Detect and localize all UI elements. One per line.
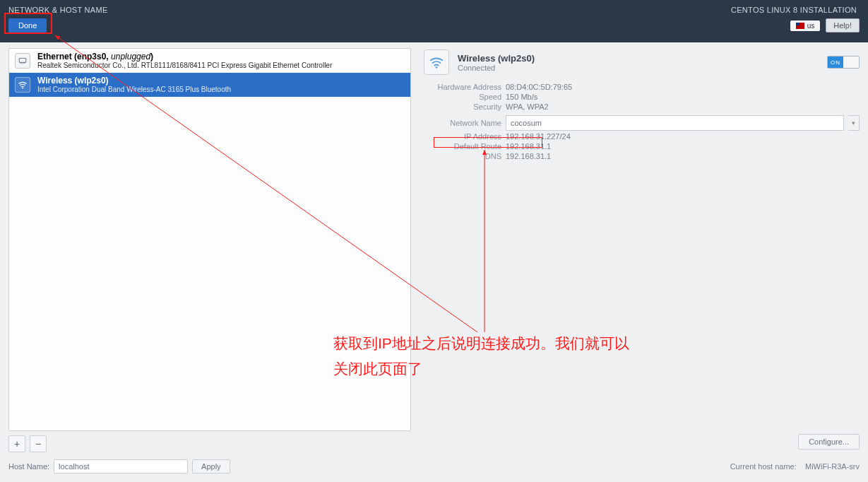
network-item-wireless[interactable]: Wireless (wlp2s0) Intel Corporation Dual… [9, 73, 410, 97]
page-title: NETWORK & HOST NAME [8, 6, 108, 14]
network-item-subtitle: Realtek Semiconductor Co., Ltd. RTL8111/… [37, 61, 332, 69]
network-list-toolbar: + − [8, 435, 411, 452]
main-content: Ethernet (enp3s0, unplugged) Realtek Sem… [0, 42, 868, 482]
current-hostname-value: MiWiFi-R3A-srv [805, 462, 860, 471]
network-item-subtitle: Intel Corporation Dual Band Wireless-AC … [37, 86, 231, 93]
kv-val-route: 192.168.31.1 [506, 142, 551, 151]
kv-key-speed: Speed [424, 93, 501, 101]
install-title: CENTOS LINUX 8 INSTALLATION [731, 6, 860, 14]
network-item-title: Wireless (wlp2s0) [37, 76, 231, 86]
keyboard-indicator[interactable]: us [790, 20, 821, 31]
header-bar: NETWORK & HOST NAME Done CENTOS LINUX 8 … [0, 0, 868, 42]
wifi-icon [15, 77, 30, 93]
us-flag-icon [796, 23, 804, 29]
remove-network-button[interactable]: − [30, 435, 47, 452]
annotation-text-line1: 获取到IP地址之后说明连接成功。我们就可以 [333, 331, 743, 356]
network-name-dropdown-arrow[interactable]: ▾ [848, 115, 860, 131]
kv-key-route: Default Route [424, 142, 501, 151]
kv-key-dns: DNS [424, 152, 501, 160]
kv-key-security: Security [424, 102, 501, 111]
apply-button[interactable]: Apply [192, 459, 230, 474]
kv-val-security: WPA, WPA2 [506, 102, 549, 111]
kv-val-speed: 150 Mb/s [506, 93, 537, 101]
kv-val-dns: 192.168.31.1 [506, 152, 551, 160]
done-button[interactable]: Done [8, 18, 47, 33]
network-list-panel: Ethernet (enp3s0, unplugged) Realtek Sem… [8, 48, 411, 452]
kv-key-netname: Network Name [424, 119, 501, 127]
kv-key-hw: Hardware Address [424, 83, 501, 91]
network-detail-panel: Wireless (wlp2s0) Connected ON Hardware … [424, 48, 860, 452]
toggle-on-label: ON [828, 57, 843, 68]
configure-button[interactable]: Configure... [798, 434, 860, 449]
svg-rect-2 [19, 58, 25, 62]
current-hostname-label: Current host name: [730, 462, 797, 471]
current-hostname: Current host name: MiWiFi-R3A-srv [730, 462, 860, 471]
hostname-row: Host Name: Apply Current host name: MiWi… [8, 459, 860, 474]
add-network-button[interactable]: + [8, 435, 25, 452]
toggle-knob [843, 57, 859, 68]
wifi-toggle[interactable]: ON [827, 56, 860, 69]
ethernet-icon [15, 53, 30, 69]
network-item-ethernet[interactable]: Ethernet (enp3s0, unplugged) Realtek Sem… [9, 49, 410, 73]
svg-point-4 [436, 66, 438, 69]
svg-point-3 [22, 87, 23, 88]
detail-title: Wireless (wlp2s0) [458, 53, 535, 64]
detail-status: Connected [458, 64, 535, 72]
hostname-label: Host Name: [8, 462, 49, 471]
kv-val-hw: 08:D4:0C:5D:79:65 [506, 83, 572, 91]
header-right: CENTOS LINUX 8 INSTALLATION us Help! [731, 6, 860, 33]
kv-key-ip: IP Address [424, 132, 501, 141]
hostname-input[interactable] [54, 459, 188, 474]
header-left: NETWORK & HOST NAME Done [8, 6, 108, 33]
wifi-detail-icon [424, 49, 449, 75]
help-button[interactable]: Help! [826, 18, 860, 33]
network-item-title: Ethernet (enp3s0, unplugged) [37, 52, 332, 61]
network-name-input[interactable] [506, 115, 844, 131]
annotation-text-line2: 关闭此页面了 [333, 356, 743, 382]
keyboard-label: us [807, 22, 815, 30]
detail-table: Hardware Address08:D4:0C:5D:79:65 Speed1… [424, 82, 860, 161]
annotation-text: 获取到IP地址之后说明连接成功。我们就可以 关闭此页面了 [333, 331, 743, 381]
kv-val-ip: 192.168.31.227/24 [506, 132, 571, 141]
